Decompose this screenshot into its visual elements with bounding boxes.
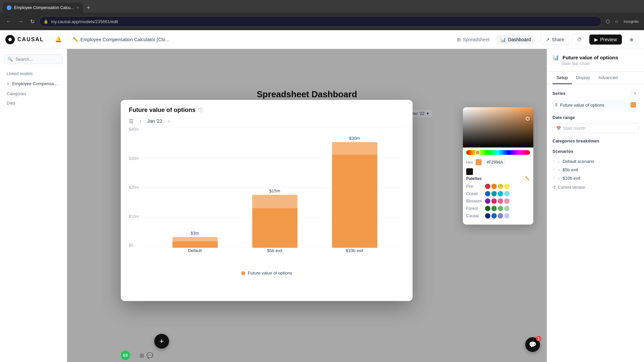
history-icon: ⏱ [577,37,582,42]
palette-color-dot[interactable] [498,184,503,189]
zoom-icon: ⊕ [630,37,634,42]
palette-forest-label: Forest [466,206,483,211]
palette-fire: Fire [466,184,530,189]
history-button[interactable]: ⏱ [572,35,587,45]
date-range-section: Date range 📅 Start month [552,115,639,133]
palette-causal: Causal [466,213,530,219]
color-gradient-area[interactable] [463,107,533,147]
spreadsheet-tab-button[interactable]: ⊞ Spreadsheet [453,35,493,44]
bar-default[interactable] [172,237,218,248]
x-label-default: Default [155,248,235,253]
scenarios-header: Scenarios [552,149,639,154]
palette-color-dot[interactable] [504,191,509,196]
palette-color-dot[interactable] [498,191,503,196]
bookmark-icon[interactable]: ☆ [613,17,620,25]
sidebar-item-linked-models[interactable]: + Employee Compensa... [4,79,63,88]
palette-color-dot[interactable] [485,206,490,211]
palettes-edit-icon[interactable]: ✏️ [525,176,530,181]
model-name-label[interactable]: ✏️ Employee Compensation Calculator (Clo… [73,37,169,42]
chart-nav-next-button[interactable]: › [166,118,172,124]
palette-color-dot[interactable] [498,206,503,211]
hex-value[interactable]: #F2994A [484,159,505,166]
chart-menu-icon[interactable]: ☰ [129,118,133,124]
palette-forest: Forest [466,206,530,211]
tab-advanced[interactable]: Advanced [594,72,622,84]
header-divider [49,36,50,44]
palette-color-dot[interactable] [485,191,490,196]
bar-10b[interactable] [332,142,377,248]
tab-setup[interactable]: Setup [552,72,572,84]
palette-color-dot[interactable] [491,213,497,219]
dashboard-tab-label: Dashboard [508,37,531,42]
color-hue-bar[interactable] [466,150,530,155]
bar-5b[interactable] [252,195,298,248]
drag-handle-icon-5b[interactable]: ⠿ [552,168,555,172]
search-input[interactable] [15,57,59,62]
preview-button[interactable]: ▶ Preview [589,35,622,45]
hex-color-swatch[interactable] [476,159,482,165]
share-button[interactable]: ↗ Share [541,35,569,45]
palette-color-dot[interactable] [491,184,497,189]
zoom-button[interactable]: ⊕ [625,35,639,45]
chat-icon: 💬 [529,341,536,348]
date-range-input[interactable]: 📅 Start month [552,123,639,133]
series-section: Series + $ Future value of options [552,89,639,110]
browser-toolbar: ← → ↻ 🔒 my.causal.app/models/235661/edit… [0,13,644,30]
tab-title: Employee Compensation Calcu... [14,5,74,10]
eye-icon-5b[interactable]: ○ [557,168,560,172]
eye-icon-10b[interactable]: ○ [557,176,560,181]
palette-color-dot[interactable] [491,191,497,196]
eye-icon-default[interactable]: ○ [557,159,560,164]
current-version-row[interactable]: ↺ Current version [552,182,639,192]
share-icon: ↗ [546,37,550,42]
palette-ocean: Ocean [466,191,530,196]
app-logo: CAUSAL [5,35,44,44]
user-avatar[interactable]: ES [121,351,130,360]
notification-bell-icon[interactable]: 🔔 [55,36,62,43]
scenario-name-default: Default scenario [562,159,639,164]
incognito-label[interactable]: Incognito [622,17,640,25]
extensions-icon[interactable]: ⬡ [604,17,611,25]
add-series-button[interactable]: + [631,89,639,97]
tab-close-button[interactable]: × [76,5,79,10]
address-bar[interactable]: 🔒 my.causal.app/models/235661/edit [39,16,602,27]
palette-color-dot[interactable] [491,206,497,211]
palette-color-dot[interactable] [485,213,490,219]
series-color-swatch[interactable] [631,102,636,108]
add-fab-button[interactable]: + [154,334,169,349]
drag-handle-icon[interactable]: ⠿ [552,160,555,163]
linked-models-label: Linked models [4,69,63,77]
new-tab-button[interactable]: + [84,3,93,13]
palette-color-dot[interactable] [504,213,509,219]
chart-info-icon[interactable]: ⓘ [198,107,203,113]
nav-back-button[interactable]: ← [4,17,13,26]
active-tab[interactable]: Employee Compensation Calcu... × [3,3,83,13]
palette-color-dot[interactable] [491,198,497,204]
palette-color-dot[interactable] [498,198,503,204]
hue-cursor [475,150,480,155]
chat-button[interactable]: 💬 1 [525,337,540,352]
palettes-header: Palettes ✏️ [466,176,530,181]
palette-color-dot[interactable] [485,184,490,189]
drag-handle-icon-10b[interactable]: ⠿ [552,176,555,180]
chart-modal: Future value of options ⓘ ☰ ‹ Jan '22 › … [121,100,413,301]
palette-fire-label: Fire [466,184,483,189]
logo-circle [5,35,15,44]
search-bar[interactable]: 🔍 [4,54,63,64]
dashboard-tab-button[interactable]: 📊 Dashboard [496,35,535,44]
palette-color-dot[interactable] [504,198,509,204]
black-color-swatch[interactable] [466,168,473,175]
chart-nav-prev-button[interactable]: ‹ [138,118,143,124]
nav-refresh-button[interactable]: ↻ [28,17,37,26]
palette-color-dot[interactable] [504,206,509,211]
categories-title: Categories breakdown [552,138,599,143]
avatar-initials: ES [123,353,128,357]
bar-value-default: $3m [191,231,199,236]
palette-color-dot[interactable] [498,213,503,219]
tab-display[interactable]: Display [572,72,594,84]
header-right: ⊞ Spreadsheet 📊 Dashboard ↗ Share ⏱ ▶ Pr… [453,35,639,45]
palette-color-dot[interactable] [485,198,490,204]
scenario-name-10b: $10b exit [562,176,639,181]
nav-forward-button[interactable]: → [16,17,25,26]
palette-color-dot[interactable] [504,184,509,189]
